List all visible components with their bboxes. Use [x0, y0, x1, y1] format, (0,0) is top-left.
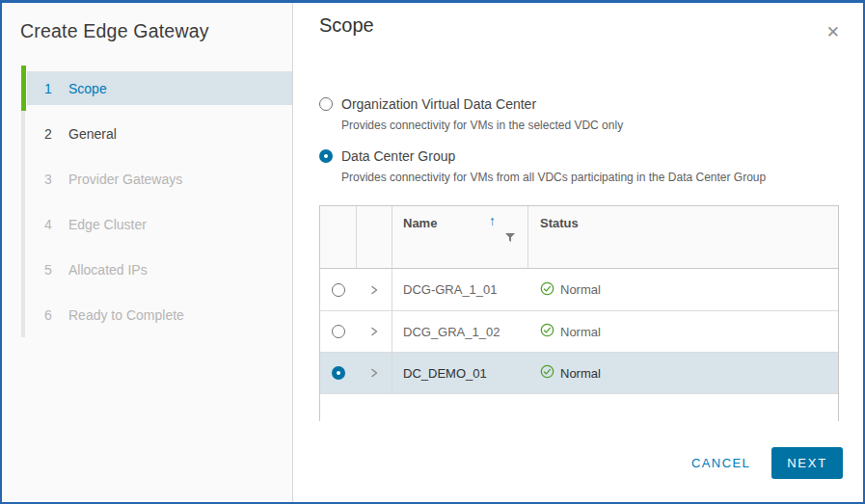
- step-number: 5: [44, 262, 56, 278]
- step-number: 6: [44, 307, 56, 323]
- option-data-center-group: Data Center Group Provides connectivity …: [319, 148, 863, 184]
- chevron-right-icon[interactable]: [368, 284, 380, 296]
- grid-empty-area: [320, 393, 838, 421]
- row-status-cell: Normal: [528, 353, 838, 393]
- row-status-cell: Normal: [528, 269, 838, 310]
- grid-header: Name ↑ Status: [320, 206, 838, 269]
- step-label: Provider Gateways: [68, 172, 182, 187]
- wizard-title: Create Edge Gateway: [20, 20, 292, 42]
- wizard-footer: CANCEL NEXT: [691, 447, 843, 479]
- option-label[interactable]: Data Center Group: [341, 148, 455, 164]
- row-name-cell[interactable]: DCG_GRA_1_02: [392, 311, 528, 352]
- row-radio-checked-icon[interactable]: [332, 366, 345, 380]
- header-name-column[interactable]: Name ↑: [392, 206, 528, 268]
- step-rail: [21, 156, 25, 201]
- page-title: Scope: [319, 14, 863, 37]
- radio-checked-icon[interactable]: [319, 149, 333, 163]
- create-edge-gateway-dialog: Create Edge Gateway 1 Scope 2 General: [0, 0, 865, 504]
- row-name-cell[interactable]: DCG-GRA_1_01: [392, 269, 528, 310]
- table-row[interactable]: DCG-GRA_1_01 Normal: [320, 269, 838, 310]
- step-edge-cluster: 4 Edge Cluster: [2, 201, 292, 247]
- header-status-column: Status: [528, 206, 838, 268]
- step-number: 2: [44, 126, 56, 142]
- status-badge: Normal: [560, 366, 601, 381]
- step-general[interactable]: 2 General: [2, 111, 292, 156]
- cancel-button[interactable]: CANCEL: [691, 456, 750, 470]
- step-allocated-ips: 5 Allocated IPs: [2, 247, 292, 292]
- option-label[interactable]: Organization Virtual Data Center: [341, 96, 536, 112]
- data-center-group-radio-row[interactable]: Data Center Group: [319, 148, 863, 164]
- step-label: Ready to Complete: [68, 307, 184, 323]
- radio-unchecked-icon[interactable]: [319, 97, 333, 111]
- wizard-steps: 1 Scope 2 General 3 Provider Gateways: [2, 66, 292, 337]
- step-rail: [21, 292, 25, 337]
- table-row[interactable]: DCG_GRA_1_02 Normal: [320, 310, 838, 352]
- column-header-label[interactable]: Name: [403, 216, 437, 230]
- row-name-cell[interactable]: DC_DEMO_01: [392, 353, 528, 393]
- step-label: Scope: [68, 81, 107, 96]
- check-circle-icon: [540, 364, 554, 382]
- step-rail: [21, 111, 25, 156]
- column-header-label: Status: [540, 216, 579, 230]
- step-label: General: [68, 126, 117, 142]
- step-label: Allocated IPs: [68, 262, 148, 278]
- close-icon[interactable]: ✕: [826, 24, 840, 40]
- org-vdc-radio-row[interactable]: Organization Virtual Data Center: [319, 96, 863, 112]
- header-select-column: [320, 206, 357, 268]
- chevron-right-icon[interactable]: [368, 326, 380, 337]
- step-label: Edge Cluster: [68, 217, 147, 232]
- step-provider-gateways: 3 Provider Gateways: [2, 156, 292, 201]
- row-radio-unchecked-icon[interactable]: [332, 325, 345, 338]
- step-rail: [21, 201, 25, 247]
- option-org-vdc: Organization Virtual Data Center Provide…: [319, 96, 863, 132]
- step-rail: [21, 247, 25, 292]
- option-description: Provides connectivity for VMs in the sel…: [341, 119, 863, 132]
- step-scope[interactable]: 1 Scope: [2, 66, 292, 111]
- step-number: 1: [44, 81, 56, 96]
- header-expand-column: [357, 206, 392, 268]
- status-badge: Normal: [560, 325, 601, 339]
- step-number: 4: [44, 217, 56, 232]
- check-circle-icon: [540, 323, 554, 340]
- option-description: Provides connectivity for VMs from all V…: [341, 171, 863, 184]
- wizard-sidebar: Create Edge Gateway 1 Scope 2 General: [2, 3, 293, 502]
- step-ready-to-complete: 6 Ready to Complete: [2, 292, 292, 337]
- chevron-right-icon[interactable]: [368, 367, 380, 379]
- table-row-selected[interactable]: DC_DEMO_01 Normal: [320, 352, 838, 393]
- active-step-indicator-bar: [21, 66, 26, 111]
- scope-radio-group: Organization Virtual Data Center Provide…: [319, 96, 863, 184]
- sort-ascending-icon[interactable]: ↑: [489, 213, 496, 228]
- check-circle-icon: [540, 281, 554, 299]
- wizard-main-panel: Scope ✕ Organization Virtual Data Center…: [293, 3, 863, 502]
- next-button[interactable]: NEXT: [771, 447, 843, 479]
- row-status-cell: Normal: [528, 311, 838, 352]
- row-radio-unchecked-icon[interactable]: [332, 283, 345, 297]
- data-center-group-grid: Name ↑ Status DCG-GRA_1_01: [319, 205, 839, 421]
- step-number: 3: [44, 172, 56, 187]
- filter-icon[interactable]: [505, 233, 515, 242]
- status-badge: Normal: [560, 282, 601, 297]
